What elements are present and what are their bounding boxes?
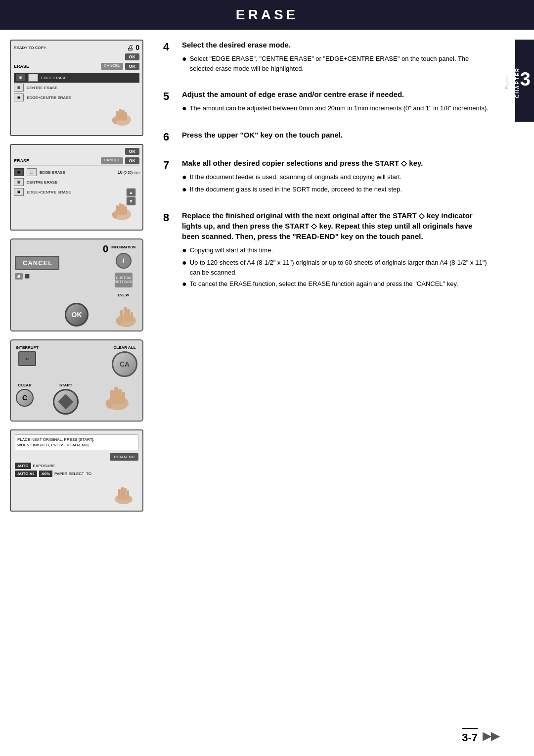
touch-screen: 0 CANCEL 🖨 ⬛ bbox=[15, 243, 108, 293]
info-btn[interactable]: i bbox=[116, 253, 132, 269]
eview-label: EVIEW bbox=[118, 293, 129, 297]
svg-rect-16 bbox=[131, 312, 133, 322]
bottom-message: PLACE NEXT ORIGINAL. PRESS [START]. WHEN… bbox=[15, 434, 138, 450]
step-7-text-2: If the document glass is used in the SOR… bbox=[190, 185, 402, 194]
screen5-ok2[interactable]: OK bbox=[125, 157, 140, 164]
step-4-text: Select "EDGE ERASE", "CENTRE ERASE" or "… bbox=[190, 54, 490, 73]
ok-circle-btn[interactable]: OK bbox=[65, 303, 89, 327]
counter-zero: 0 bbox=[15, 243, 108, 255]
diamond-icon bbox=[58, 394, 73, 409]
edge-erase-option[interactable]: ▣ ⬚ EDGE ERASE bbox=[14, 73, 139, 83]
screen4-ok-btn[interactable]: OK bbox=[125, 53, 140, 60]
chapter-number: 3 bbox=[520, 70, 531, 89]
step-8-title: Replace the finished original with the n… bbox=[182, 210, 490, 241]
ok-btn2[interactable]: OK bbox=[125, 63, 140, 70]
svg-rect-4 bbox=[125, 112, 127, 121]
svg-rect-21 bbox=[118, 389, 122, 404]
info-label: INFORMATION bbox=[111, 245, 135, 249]
hand-svg-5 bbox=[105, 199, 139, 227]
screen5-cancel[interactable]: CANCEL bbox=[101, 157, 123, 164]
step-8-bullet-3: ● To cancel the ERASE function, select t… bbox=[182, 279, 490, 289]
panel-right-icons: INFORMATION i CUSTOM SETTINGS EVIEW bbox=[108, 243, 138, 299]
screen5-edge-centre[interactable]: ▣ EDGE+CENTRE ERASE bbox=[14, 187, 139, 197]
auto-a4-badge: AUTO A4 bbox=[15, 471, 37, 477]
svg-rect-3 bbox=[122, 110, 125, 121]
step-6-number: 6 bbox=[163, 130, 177, 143]
clear-bottom-area: CLEAR C bbox=[16, 383, 34, 407]
clear-label: CLEAR bbox=[18, 383, 32, 387]
bullet-dot-4: ● bbox=[182, 54, 187, 64]
exposure-label: EXPOSURE bbox=[33, 464, 55, 468]
svg-rect-20 bbox=[110, 390, 114, 404]
cancel-panel-btn[interactable]: CANCEL bbox=[15, 256, 59, 270]
screen5-erase-row: ERASE CANCEL OK bbox=[14, 156, 139, 166]
adj-up-btn[interactable]: ▲ bbox=[127, 189, 135, 196]
step-8-text-3: To cancel the ERASE function, select the… bbox=[190, 279, 458, 289]
edge-centre-option[interactable]: ▣ EDGE+CENTRE ERASE bbox=[14, 93, 139, 102]
svg-rect-26 bbox=[118, 489, 121, 500]
edge-erase-icon: ▣ bbox=[15, 74, 25, 82]
paper-select-label: PAPER SELECT bbox=[54, 472, 84, 476]
centre-erase-label: CENTRE ERASE bbox=[27, 86, 57, 90]
edge-erase-label: EDGE ERASE bbox=[41, 76, 67, 80]
step-5-block: 5 Adjust the amount of edge erase and/or… bbox=[163, 89, 490, 116]
step-7-title: Make all other desired copier selections… bbox=[182, 158, 490, 168]
copier-panel-step6: 0 CANCEL 🖨 ⬛ INFORMATION i CUSTOM SETTIN… bbox=[10, 238, 143, 331]
start-btn[interactable] bbox=[53, 389, 79, 415]
hand-svg-4 bbox=[105, 105, 139, 132]
screen5-edge-icon: ▣ bbox=[14, 168, 24, 176]
footer-arrows: ▶▶ bbox=[483, 730, 499, 743]
svg-rect-14 bbox=[120, 310, 123, 322]
interrupt-btn[interactable]: ↩ bbox=[18, 351, 36, 366]
step-4-bullet: ● Select "EDGE ERASE", "CENTRE ERASE" or… bbox=[182, 54, 490, 73]
hand-svg-6 bbox=[109, 302, 143, 331]
screen5-ok-btn[interactable]: OK bbox=[125, 148, 140, 155]
range-display: (0-20) bbox=[124, 171, 133, 174]
step-6-content: Press the upper "OK" key on the touch pa… bbox=[182, 130, 490, 144]
erase-row: ERASE CANCEL OK bbox=[14, 62, 139, 71]
svg-rect-27 bbox=[124, 488, 127, 500]
svg-rect-22 bbox=[122, 392, 125, 404]
screen5-edge-label: EDGE ERASE bbox=[40, 170, 65, 175]
chapter-label: CHAPTER bbox=[515, 67, 520, 98]
control-panel-step7: INTERRUPT ↩ CLEAR ALL CA CLEAR C START bbox=[10, 339, 143, 422]
hand-gesture-8 bbox=[15, 477, 138, 507]
svg-rect-13 bbox=[124, 307, 127, 322]
step-5-text: The amount can be adjusted between 0mm a… bbox=[190, 103, 489, 113]
step-4-block: 4 Select the desired erase mode. ● Selec… bbox=[163, 40, 490, 75]
svg-rect-7 bbox=[119, 203, 122, 215]
step-5-bullet: ● The amount can be adjusted between 0mm… bbox=[182, 103, 490, 114]
clear-all-btn[interactable]: CA bbox=[112, 351, 137, 377]
left-column: READY TO COPY. 🖨 0 OK ERASE CANCEL OK ▣ … bbox=[0, 30, 153, 521]
screen5-edge-centre-label: EDGE+CENTRE ERASE bbox=[27, 190, 71, 194]
centre-erase-icon: ▦ bbox=[14, 84, 24, 92]
step-8-number: 8 bbox=[163, 210, 177, 224]
a0-badge: A0% bbox=[39, 471, 52, 477]
svg-rect-25 bbox=[121, 487, 124, 500]
clear-btn[interactable]: C bbox=[16, 389, 34, 407]
bullet-dot-7b: ● bbox=[182, 185, 187, 195]
centre-erase-option[interactable]: ▦ CENTRE ERASE bbox=[14, 83, 139, 93]
screen5-centre[interactable]: ▦ CENTRE ERASE bbox=[14, 177, 139, 187]
step-5-number: 5 bbox=[163, 89, 177, 103]
screen5-edge-erase[interactable]: ▣ ⬚ EDGE ERASE 10 (0-20) mm bbox=[14, 167, 139, 177]
step-4-content: Select the desired erase mode. ● Select … bbox=[182, 40, 490, 75]
step-6-title: Press the upper "OK" key on the touch pa… bbox=[182, 130, 490, 140]
svg-rect-28 bbox=[127, 490, 129, 500]
custom-settings-btn[interactable]: CUSTOM SETTINGS bbox=[115, 273, 133, 287]
interrupt-label: INTERRUPT bbox=[16, 345, 39, 350]
main-content: READY TO COPY. 🖨 0 OK ERASE CANCEL OK ▣ … bbox=[0, 30, 514, 521]
step-8-text-1: Copying will start at this time. bbox=[190, 245, 273, 255]
step-7-number: 7 bbox=[163, 158, 177, 172]
step-8-content: Replace the finished original with the n… bbox=[182, 210, 490, 291]
page-number: 3-7 bbox=[462, 728, 478, 744]
step-8-bullet-1: ● Copying will start at this time. bbox=[182, 245, 490, 256]
read-end-btn[interactable]: READ-END bbox=[110, 453, 138, 461]
start-label: START bbox=[59, 383, 72, 387]
hand-gesture-6 bbox=[109, 302, 143, 331]
hand-gesture-4 bbox=[14, 102, 139, 132]
control-top-row: INTERRUPT ↩ CLEAR ALL CA bbox=[16, 345, 137, 377]
cancel-btn[interactable]: CANCEL bbox=[101, 63, 123, 70]
page-header: ERASE bbox=[0, 0, 534, 30]
edge-erase-preview: ⬚ bbox=[28, 74, 38, 82]
